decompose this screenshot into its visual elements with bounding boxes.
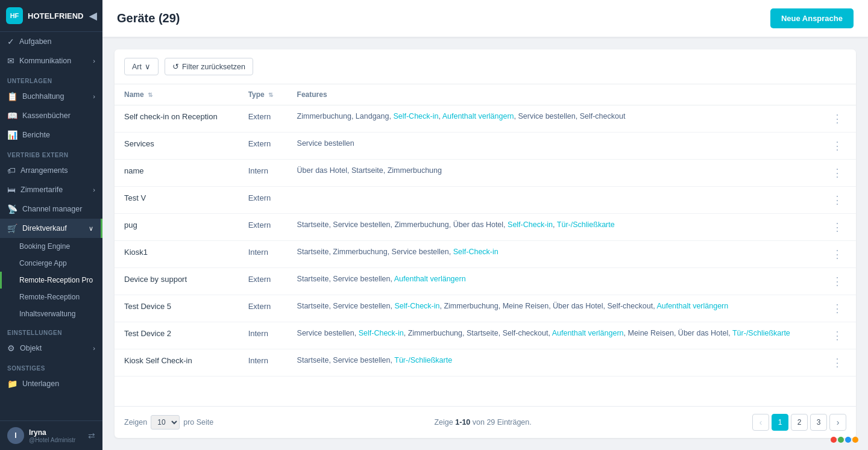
- cell-name: pug: [115, 214, 239, 241]
- cell-actions: ⋮: [819, 268, 856, 295]
- bed-icon: 🛏: [7, 185, 16, 195]
- cell-features: Startseite, Zimmerbuchung, Service beste…: [288, 241, 819, 268]
- row-menu-button[interactable]: ⋮: [828, 329, 846, 342]
- table-row: Self check-in on Reception Extern Zimmer…: [115, 105, 856, 133]
- sidebar-item-label: Aufgaben: [19, 37, 52, 46]
- row-menu-button[interactable]: ⋮: [828, 220, 846, 234]
- page-header: Geräte (29) Neue Ansprache: [102, 0, 868, 37]
- sidebar: HF HOTELFRIEND ◀ ✓ Aufgaben ✉ Kommunikat…: [0, 0, 102, 450]
- art-filter-button[interactable]: Art ∨: [124, 58, 159, 75]
- per-page-select[interactable]: 10 25 50: [151, 415, 180, 430]
- sidebar-item-label: Berichte: [22, 131, 50, 139]
- folder-icon: 📁: [7, 379, 17, 389]
- row-menu-button[interactable]: ⋮: [828, 302, 846, 315]
- sidebar-item-channel-manager[interactable]: 📡 Channel manager: [0, 199, 102, 219]
- sidebar-sub-item-label: Remote-Reception: [19, 293, 80, 301]
- cart-icon: 🛒: [7, 223, 17, 233]
- cell-actions: ⋮: [819, 349, 856, 377]
- gear-icon: ⚙: [7, 343, 15, 353]
- table-row: pug Extern Startseite, Service bestellen…: [115, 214, 856, 241]
- row-menu-button[interactable]: ⋮: [828, 139, 846, 152]
- prev-page-button[interactable]: ‹: [752, 414, 769, 431]
- cell-features: [288, 187, 819, 214]
- cell-features: Startseite, Service bestellen, Zimmerbuc…: [288, 214, 819, 241]
- main-body: Art ∨ ↺ Filter zurücksetzen Name ⇅: [102, 37, 868, 450]
- col-actions: [819, 84, 856, 105]
- cell-name: Kiosk Self Check-in: [115, 349, 239, 377]
- logo-icon: HF: [6, 7, 23, 24]
- sidebar-item-label: Kassenbücher: [22, 111, 71, 120]
- row-menu-button[interactable]: ⋮: [828, 166, 846, 180]
- cell-type: Extern: [239, 133, 288, 160]
- clipboard-icon: 📋: [7, 92, 17, 101]
- sidebar-item-direktverkauf[interactable]: 🛒 Direktverkauf ∨: [0, 219, 102, 238]
- cell-actions: ⋮: [819, 105, 856, 133]
- section-label-einstellungen: EINSTELLUNGEN: [0, 322, 102, 339]
- filter-reset-label: Filter zurücksetzen: [182, 63, 245, 71]
- art-label: Art: [132, 63, 142, 71]
- sidebar-item-aufgaben[interactable]: ✓ Aufgaben: [0, 32, 102, 51]
- sidebar-item-label: Direktverkauf: [22, 224, 67, 233]
- pagination-bar: Zeigen 10 25 50 pro Seite Zeige 1-10 von…: [115, 406, 856, 438]
- hf-color-logo: [831, 437, 858, 443]
- table-row: Services Extern Service bestellen ⋮: [115, 133, 856, 160]
- cell-name: Test Device 5: [115, 295, 239, 322]
- sidebar-item-label: Unterlagen: [22, 380, 59, 388]
- sidebar-item-unterlagen[interactable]: 📁 Unterlagen: [0, 374, 102, 393]
- row-menu-button[interactable]: ⋮: [828, 193, 846, 207]
- sidebar-item-remote-reception-pro[interactable]: Remote-Reception Pro: [0, 272, 102, 289]
- devices-table: Name ⇅ Type ⇅ Features: [115, 84, 856, 377]
- sidebar-sub-item-label: Concierge App: [19, 259, 67, 267]
- page-2-button[interactable]: 2: [791, 414, 808, 431]
- sidebar-sub-item-label: Remote-Reception Pro: [19, 276, 93, 284]
- reset-filter-button[interactable]: ↺ Filter zurücksetzen: [165, 58, 253, 75]
- cell-features: Startseite, Service bestellen, Tür-/Schl…: [288, 349, 819, 377]
- sidebar-item-kassenbuecher[interactable]: 📖 Kassenbücher: [0, 106, 102, 125]
- row-menu-button[interactable]: ⋮: [828, 248, 846, 261]
- sidebar-item-berichte[interactable]: 📊 Berichte: [0, 125, 102, 145]
- table-row: Test Device 2 Intern Service bestellen, …: [115, 322, 856, 349]
- chart-icon: 📊: [7, 130, 17, 140]
- cell-features: Startseite, Service bestellen, Aufenthal…: [288, 268, 819, 295]
- sidebar-item-label: Kommunikation: [19, 57, 71, 65]
- cell-actions: ⋮: [819, 241, 856, 268]
- col-features: Features: [288, 84, 819, 105]
- sidebar-item-arrangements[interactable]: 🏷 Arrangements: [0, 161, 102, 180]
- cell-features: Service bestellen: [288, 133, 819, 160]
- page-title: Geräte (29): [117, 11, 180, 25]
- sidebar-item-remote-reception[interactable]: Remote-Reception: [0, 289, 102, 305]
- user-name: Iryna: [29, 428, 83, 437]
- tag-icon: 🏷: [7, 166, 16, 175]
- next-page-button[interactable]: ›: [829, 414, 846, 431]
- cell-name: Test V: [115, 187, 239, 214]
- table-row: Device by support Extern Startseite, Ser…: [115, 268, 856, 295]
- neue-ansprache-button[interactable]: Neue Ansprache: [770, 8, 854, 28]
- user-switch-icon[interactable]: ⇄: [88, 431, 95, 440]
- sidebar-item-inhaltsverwaltung[interactable]: Inhaltsverwaltung: [0, 305, 102, 322]
- sidebar-item-objekt[interactable]: ⚙ Objekt ›: [0, 339, 102, 358]
- sidebar-item-buchhaltung[interactable]: 📋 Buchhaltung ›: [0, 87, 102, 106]
- sidebar-sub-item-label: Booking Engine: [19, 242, 70, 251]
- sidebar-user: I Iryna @Hotel Administr ⇄: [0, 420, 102, 450]
- logo-petal-green: [838, 437, 844, 443]
- cell-type: Intern: [239, 241, 288, 268]
- page-3-button[interactable]: 3: [810, 414, 827, 431]
- sidebar-item-concierge-app[interactable]: Concierge App: [0, 255, 102, 272]
- col-type[interactable]: Type ⇅: [239, 84, 288, 105]
- page-1-button[interactable]: 1: [772, 414, 788, 431]
- cell-features: Zimmerbuchung, Landgang, Self-Check-in, …: [288, 105, 819, 133]
- sidebar-item-booking-engine[interactable]: Booking Engine: [0, 238, 102, 255]
- cell-type: Extern: [239, 187, 288, 214]
- sidebar-item-kommunikation[interactable]: ✉ Kommunikation ›: [0, 51, 102, 70]
- row-menu-button[interactable]: ⋮: [828, 275, 846, 288]
- row-menu-button[interactable]: ⋮: [828, 356, 846, 369]
- row-menu-button[interactable]: ⋮: [828, 112, 846, 125]
- sidebar-collapse-button[interactable]: ◀: [89, 10, 96, 22]
- cell-features: Über das Hotel, Startseite, Zimmerbuchun…: [288, 160, 819, 187]
- cell-name: Test Device 2: [115, 322, 239, 349]
- cell-actions: ⋮: [819, 214, 856, 241]
- per-page-label: pro Seite: [183, 418, 213, 427]
- col-name[interactable]: Name ⇅: [115, 84, 239, 105]
- cell-actions: ⋮: [819, 187, 856, 214]
- sidebar-item-zimmertarife[interactable]: 🛏 Zimmertarife ›: [0, 180, 102, 199]
